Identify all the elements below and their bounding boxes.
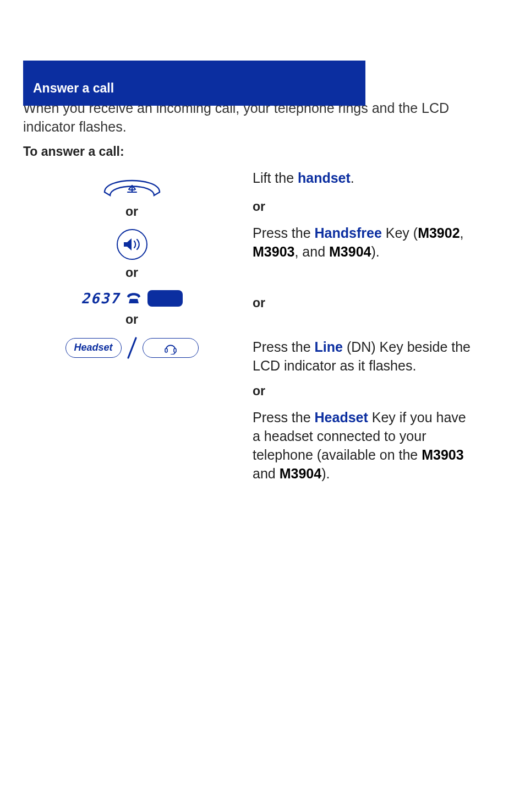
step2-c1: , (460, 225, 464, 241)
phone-glyph-icon (125, 290, 142, 307)
left-or-1: or (125, 204, 138, 219)
step2-keyword: Handsfree (315, 225, 382, 241)
step3-text: Press the Line (DN) Key beside the LCD i… (253, 338, 473, 375)
step4-m2: M3904 (280, 466, 321, 481)
headset-softkey-label: Headset (74, 342, 112, 353)
step4-text: Press the Headset Key if you have a head… (253, 408, 473, 483)
lcd-indicator-lamp-icon (147, 290, 183, 307)
slash-icon (126, 337, 138, 359)
step3-keyword: Line (315, 339, 343, 355)
step4-m1: M3903 (422, 447, 463, 462)
step1-pre: Lift the (253, 170, 298, 186)
right-or-3: or (253, 383, 473, 400)
svg-rect-1 (165, 348, 167, 352)
handset-icon (99, 173, 165, 199)
left-or-3: or (125, 312, 138, 327)
headset-icon (163, 341, 178, 355)
handsfree-icon (117, 229, 147, 260)
step2-mid: Key ( (382, 225, 418, 241)
step2-post: ). (371, 244, 379, 259)
right-or-2: or (253, 295, 473, 312)
line-key-row: 2637 (81, 290, 183, 307)
step4-pre: Press the (253, 410, 315, 425)
step4-c1: and (253, 466, 280, 481)
step3-pre: Press the (253, 339, 315, 355)
steps-text-column: Lift the handset. or Press the Handsfree… (253, 169, 473, 489)
step1-post: . (351, 170, 354, 186)
steps-icons-column: or or 2637 (23, 169, 240, 489)
step2-m2: M3903 (253, 244, 294, 259)
step4-post: ). (321, 466, 330, 481)
left-or-2: or (125, 265, 138, 280)
step2-m1: M3902 (418, 225, 460, 241)
svg-line-0 (128, 338, 136, 358)
page-header-tab: Answer a call (23, 61, 365, 106)
page-header-text: Answer a call (33, 81, 114, 96)
step1-text: Lift the handset. (253, 169, 473, 188)
step2-c2: , and (294, 244, 329, 259)
headset-icon-key (143, 338, 199, 358)
right-or-1: or (253, 198, 473, 215)
step4-keyword: Headset (315, 410, 368, 425)
dn-number: 2637 (81, 290, 120, 307)
svg-rect-2 (174, 348, 176, 352)
step2-text: Press the Handsfree Key (M3902, M3903, a… (253, 224, 473, 261)
headset-softkey: Headset (65, 338, 122, 358)
lead-line: To answer a call: (23, 144, 502, 159)
headset-key-pair: Headset (65, 337, 199, 359)
step1-keyword: handset (298, 170, 351, 186)
step2-pre: Press the (253, 225, 315, 241)
step2-m3: M3904 (329, 244, 371, 259)
